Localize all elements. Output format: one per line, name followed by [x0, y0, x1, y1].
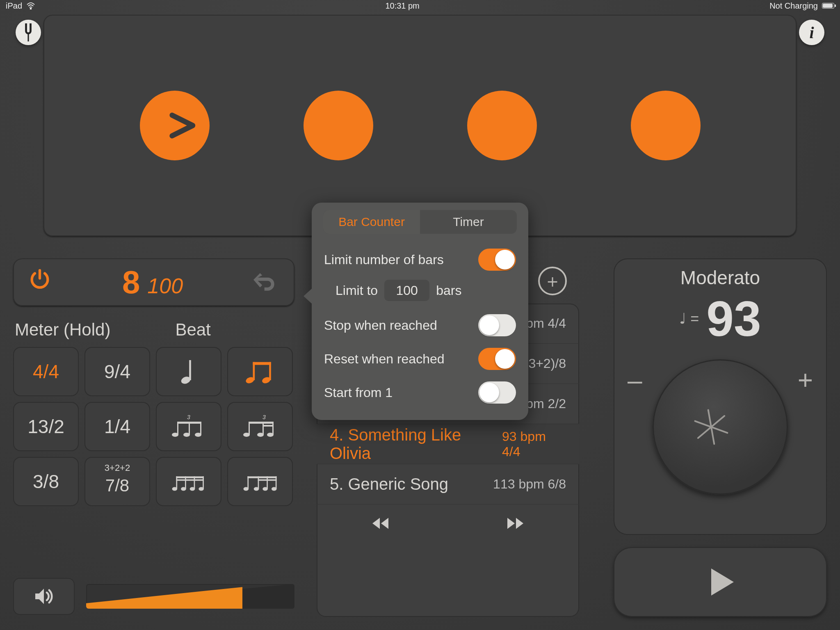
svg-rect-2	[189, 360, 191, 380]
volume-row	[13, 576, 294, 617]
svg-rect-32	[203, 476, 204, 489]
meter-3-8[interactable]: 3/8	[13, 457, 79, 506]
svg-point-0	[30, 8, 32, 9]
tempo-panel: Moderato ♩ = 93 – +	[614, 258, 827, 535]
tempo-minus[interactable]: –	[628, 365, 642, 395]
bar-counter-popover: Bar Counter Timer Limit number of bars L…	[312, 203, 528, 420]
meter-13-2[interactable]: 13/2	[13, 402, 79, 451]
next-song-button[interactable]	[501, 511, 526, 537]
reset-when-label: Reset when reached	[324, 352, 445, 367]
prev-song-button[interactable]	[370, 511, 395, 537]
svg-rect-42	[276, 476, 277, 489]
svg-rect-43	[247, 476, 276, 478]
battery-label: Not Charging	[769, 1, 818, 11]
device-label: iPad	[6, 1, 22, 11]
svg-rect-24	[262, 425, 274, 427]
limit-bars-label: Limit number of bars	[324, 252, 444, 267]
meter-1-4[interactable]: 1/4	[84, 402, 150, 451]
beat-triplet-b[interactable]: 3	[227, 402, 293, 451]
svg-rect-40	[267, 476, 268, 489]
svg-text:3: 3	[187, 414, 190, 420]
meter-4-4[interactable]: 4/4	[13, 347, 79, 396]
battery-icon	[822, 3, 834, 9]
status-bar: iPad 10:31 pm Not Charging	[0, 0, 840, 11]
svg-rect-7	[253, 362, 271, 365]
svg-rect-15	[177, 422, 201, 424]
svg-rect-34	[176, 479, 204, 481]
meter-7-8[interactable]: 3+2+27/8	[84, 457, 150, 506]
svg-rect-44	[258, 479, 277, 481]
start-from-1-switch[interactable]	[478, 381, 516, 404]
beat-4[interactable]	[631, 91, 701, 160]
svg-text:3: 3	[262, 414, 266, 420]
note-equals: ♩ =	[679, 310, 699, 327]
beat-sixteenths-b[interactable]	[227, 457, 293, 506]
power-icon[interactable]	[28, 267, 52, 297]
volume-button[interactable]	[13, 578, 75, 615]
song-row-5[interactable]: 5. Generic Song113 bpm 6/8	[317, 464, 579, 504]
svg-rect-33	[176, 476, 204, 478]
beat-3[interactable]	[467, 91, 537, 160]
volume-slider[interactable]	[86, 584, 294, 609]
svg-rect-30	[194, 476, 195, 489]
meter-label: Meter (Hold)	[15, 320, 110, 340]
reset-when-switch[interactable]	[478, 348, 516, 370]
svg-rect-26	[176, 476, 177, 489]
limit-bars-switch[interactable]	[478, 249, 516, 271]
limit-to-field[interactable]: 100	[384, 280, 429, 301]
limit-to-pre: Limit to	[336, 283, 378, 298]
tempo-value: 93	[706, 290, 761, 347]
meter-area: Meter (Hold) Beat 4/4 9/4 13/2 1/4 3 3 3…	[13, 320, 294, 506]
tuning-fork-button[interactable]	[16, 20, 41, 45]
wifi-icon	[26, 2, 35, 9]
bar-counter-panel[interactable]: 8 100	[13, 258, 294, 306]
play-button[interactable]	[614, 547, 827, 617]
undo-icon[interactable]	[253, 267, 280, 298]
beat-sixteenths-a[interactable]	[156, 457, 221, 506]
add-song-button[interactable]: ＋	[538, 267, 567, 295]
svg-rect-23	[249, 422, 274, 424]
limit-to-post: bars	[436, 283, 461, 298]
tab-timer[interactable]: Timer	[420, 210, 517, 234]
song-row-4[interactable]: 4. Something Like Olivia93 bpm 4/4	[317, 424, 579, 464]
beat-eighths[interactable]	[227, 347, 293, 396]
svg-rect-36	[247, 476, 249, 489]
bar-current: 8	[122, 264, 140, 301]
tempo-plus[interactable]: +	[798, 365, 813, 395]
bar-limit: 100	[147, 274, 183, 298]
beat-quarter[interactable]	[156, 347, 221, 396]
beat-triplet-a[interactable]: 3	[156, 402, 221, 451]
tab-bar-counter[interactable]: Bar Counter	[323, 210, 420, 234]
beat-label: Beat	[175, 320, 210, 340]
stop-when-label: Stop when reached	[324, 318, 437, 333]
popover-tabs[interactable]: Bar Counter Timer	[323, 210, 517, 234]
info-button[interactable]: i	[799, 20, 824, 45]
beat-1[interactable]	[140, 91, 210, 160]
meter-9-4[interactable]: 9/4	[84, 347, 150, 396]
tempo-name: Moderato	[680, 267, 760, 289]
beat-2[interactable]	[304, 91, 373, 160]
stop-when-switch[interactable]	[478, 314, 516, 336]
svg-rect-28	[185, 476, 186, 489]
clock: 10:31 pm	[385, 1, 419, 11]
svg-rect-38	[258, 476, 259, 489]
tempo-dial[interactable]	[653, 359, 788, 495]
start-from-1-label: Start from 1	[324, 385, 393, 400]
